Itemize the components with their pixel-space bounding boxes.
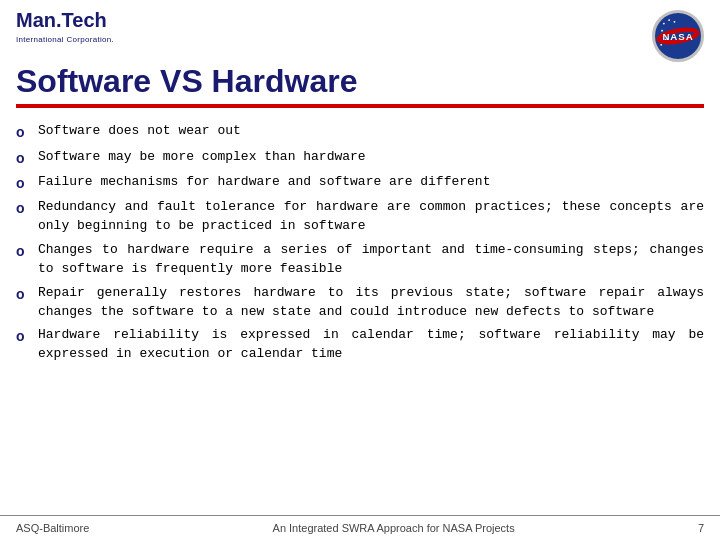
bullet-item: oChanges to hardware require a series of… (16, 241, 704, 279)
logo-tech: Tech (62, 10, 107, 30)
title-underline (16, 104, 704, 108)
logo-subtitle: International Corporation. (16, 35, 114, 44)
bullet-text: Failure mechanisms for hardware and soft… (38, 173, 704, 192)
svg-point-3 (674, 21, 676, 23)
svg-point-2 (668, 19, 670, 21)
bullet-marker: o (16, 122, 38, 142)
bullet-item: oRedundancy and fault tolerance for hard… (16, 198, 704, 236)
bullet-marker: o (16, 173, 38, 193)
page-title: Software VS Hardware (16, 62, 704, 100)
bullet-text: Software may be more complex than hardwa… (38, 148, 704, 167)
logo-man: Man. (16, 10, 62, 30)
bullet-item: oFailure mechanisms for hardware and sof… (16, 173, 704, 193)
nasa-logo: NASA (652, 10, 704, 62)
bullet-list: oSoftware does not wear outoSoftware may… (16, 122, 704, 364)
bullet-item: oRepair generally restores hardware to i… (16, 284, 704, 322)
title-section: Software VS Hardware (0, 60, 720, 100)
svg-point-1 (663, 23, 665, 25)
bullet-item: oSoftware does not wear out (16, 122, 704, 142)
bullet-text: Changes to hardware require a series of … (38, 241, 704, 279)
footer-right: 7 (698, 522, 704, 534)
svg-point-6 (660, 44, 662, 46)
bullet-marker: o (16, 241, 38, 261)
bullet-text: Software does not wear out (38, 122, 704, 141)
bullet-text: Redundancy and fault tolerance for hardw… (38, 198, 704, 236)
bullet-text: Hardware reliability is expressed in cal… (38, 326, 704, 364)
bullet-marker: o (16, 326, 38, 346)
bullet-item: oHardware reliability is expressed in ca… (16, 326, 704, 364)
slide: Man. Tech International Corporation. (0, 0, 720, 540)
bullet-marker: o (16, 284, 38, 304)
bullet-item: oSoftware may be more complex than hardw… (16, 148, 704, 168)
svg-text:NASA: NASA (662, 31, 693, 42)
footer-left: ASQ-Baltimore (16, 522, 89, 534)
bullet-marker: o (16, 148, 38, 168)
footer: ASQ-Baltimore An Integrated SWRA Approac… (0, 515, 720, 540)
mantech-logo: Man. Tech International Corporation. (16, 10, 114, 44)
header: Man. Tech International Corporation. (0, 0, 720, 60)
footer-center: An Integrated SWRA Approach for NASA Pro… (89, 522, 698, 534)
bullet-marker: o (16, 198, 38, 218)
bullet-text: Repair generally restores hardware to it… (38, 284, 704, 322)
content-area: oSoftware does not wear outoSoftware may… (0, 116, 720, 373)
